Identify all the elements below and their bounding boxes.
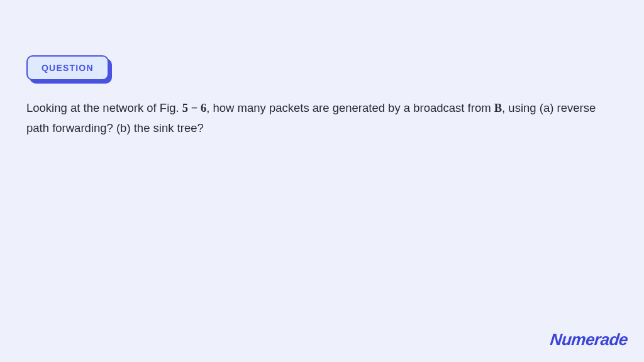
question-card: QUESTION Looking at the network of Fig. … [0, 0, 644, 139]
brand-name: Numerade [549, 330, 628, 349]
question-mid: , how many packets are generated by a br… [206, 101, 494, 114]
question-text: Looking at the network of Fig. 5 − 6, ho… [26, 98, 618, 139]
badge-label: QUESTION [26, 55, 109, 80]
node-label: B [494, 102, 502, 114]
question-prefix: Looking at the network of Fig. [26, 101, 182, 114]
figure-reference: 5 − 6 [182, 102, 206, 114]
question-badge: QUESTION [26, 55, 109, 80]
brand-logo: Numerade [550, 330, 628, 349]
